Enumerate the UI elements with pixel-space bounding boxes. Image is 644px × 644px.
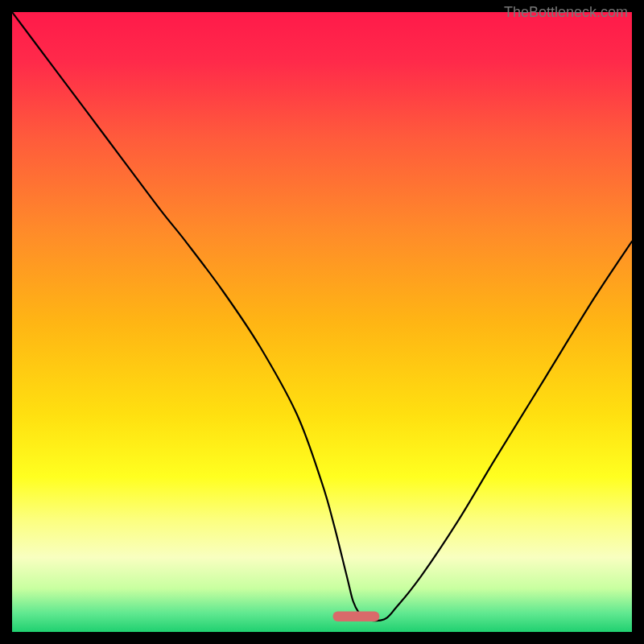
watermark-text: TheBottleneck.com bbox=[504, 4, 628, 21]
plot-area bbox=[12, 12, 632, 632]
chart-svg bbox=[12, 12, 632, 632]
chart-container: TheBottleneck.com bbox=[0, 0, 644, 644]
gradient-background bbox=[12, 12, 632, 632]
sweet-spot-marker bbox=[333, 612, 380, 621]
